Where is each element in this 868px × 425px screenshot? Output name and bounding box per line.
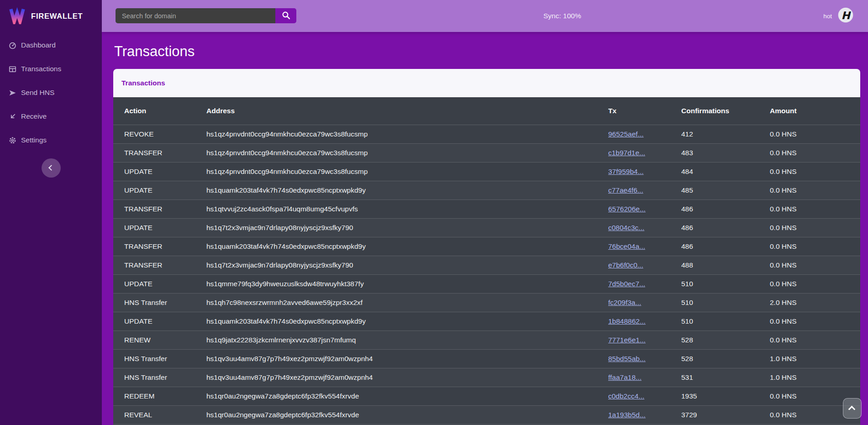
tx-cell: 7d5b0ec7... [608, 274, 681, 293]
tx-link[interactable]: 6576206e... [608, 205, 646, 213]
tx-link[interactable]: 1b848862... [608, 317, 646, 325]
table-row: UPDATEhs1quamk203taf4vk7h74s0edxpwc85ncp… [113, 312, 860, 331]
amount-cell: 1.0 HNS [770, 368, 860, 387]
confirmations-cell: 531 [681, 368, 770, 387]
handshake-icon: H [838, 7, 853, 25]
tx-link[interactable]: 7d5b0ec7... [608, 280, 645, 288]
address-cell: hs1quamk203taf4vk7h74s0edxpwc85ncptxwpkd… [206, 312, 608, 331]
table-icon [9, 65, 16, 73]
send-icon [9, 89, 16, 97]
amount-cell: 1.0 HNS [770, 349, 860, 368]
address-cell: hs1quamk203taf4vk7h74s0edxpwc85ncptxwpkd… [206, 181, 608, 199]
tx-link[interactable]: 76bce04a... [608, 242, 645, 250]
card-header: Transactions [113, 69, 860, 97]
table-row: TRANSFERhs1qtvvuj2zc4asck0fspa7l4uqm8umg… [113, 199, 860, 218]
action-cell: TRANSFER [113, 256, 206, 274]
tx-link[interactable]: 37f959b4... [608, 168, 644, 175]
tx-cell: 6576206e... [608, 199, 681, 218]
action-cell: TRANSFER [113, 199, 206, 218]
sidebar-item-label: Dashboard [21, 41, 56, 49]
firewallet-w-logo [8, 6, 26, 26]
tx-cell: c1b97d1e... [608, 143, 681, 162]
table-row: REVOKEhs1qz4pnvdnt0ccg94nmkhcu0ezca79wc3… [113, 125, 860, 143]
wallet-selector[interactable]: hot H [823, 0, 853, 32]
amount-cell: 0.0 HNS [770, 274, 860, 293]
column-header-address: Address [206, 97, 608, 125]
tx-link[interactable]: c1b97d1e... [608, 149, 645, 157]
app-logo[interactable]: FIREWALLET [0, 0, 102, 26]
action-cell: TRANSFER [113, 237, 206, 256]
tx-link[interactable]: 96525aef... [608, 130, 644, 138]
address-cell: hs1qz4pnvdnt0ccg94nmkhcu0ezca79wc3s8fucs… [206, 162, 608, 181]
confirmations-cell: 412 [681, 125, 770, 143]
tx-link[interactable]: 85bd55ab... [608, 355, 646, 362]
receive-arrow-icon [9, 113, 16, 121]
sidebar-item-send-hns[interactable]: Send HNS [0, 81, 102, 105]
column-header-confirmations: Confirmations [681, 97, 770, 125]
address-cell: hs1qr0au2ngegwa7za8gdeptc6fp32fkv554fxrv… [206, 387, 608, 405]
transactions-card: Transactions Action Address Tx Confirmat… [113, 69, 860, 425]
confirmations-cell: 483 [681, 143, 770, 162]
tx-link[interactable]: c77ae4f6... [608, 186, 643, 194]
tx-link[interactable]: ffaa7a18... [608, 373, 642, 381]
sidebar-item-settings[interactable]: Settings [0, 128, 102, 152]
tx-link[interactable]: c0db2cc4... [608, 392, 644, 400]
address-cell: hs1qr0au2ngegwa7za8gdeptc6fp32fkv554fxrv… [206, 405, 608, 424]
confirmations-cell: 528 [681, 349, 770, 368]
amount-cell: 0.0 HNS [770, 181, 860, 199]
address-cell: hs1qmme79fq3dy9hweuzuslksdw48trwuyhkt387… [206, 274, 608, 293]
table-row: UPDATEhs1qmme79fq3dy9hweuzuslksdw48trwuy… [113, 274, 860, 293]
table-row: TRANSFERhs1qz4pnvdnt0ccg94nmkhcu0ezca79w… [113, 143, 860, 162]
sidebar-collapse-button[interactable] [42, 158, 61, 178]
tx-link[interactable]: fc209f3a... [608, 299, 641, 306]
table-row: TRANSFERhs1quamk203taf4vk7h74s0edxpwc85n… [113, 237, 860, 256]
gauge-icon [9, 42, 16, 49]
tx-cell: fc209f3a... [608, 293, 681, 312]
tx-link[interactable]: c0804c3c... [608, 224, 644, 231]
card-title: Transactions [121, 79, 165, 87]
amount-cell: 0.0 HNS [770, 162, 860, 181]
address-cell: hs1qv3uu4amv87g7p7h49xez2pmzwjf92am0wzpn… [206, 368, 608, 387]
address-cell: hs1qtvvuj2zc4asck0fspa7l4uqm8umg45cfvupv… [206, 199, 608, 218]
amount-cell: 0.0 HNS [770, 237, 860, 256]
table-row: HNS Transferhs1qv3uu4amv87g7p7h49xez2pmz… [113, 368, 860, 387]
chevron-up-icon [848, 406, 856, 413]
amount-cell: 0.0 HNS [770, 256, 860, 274]
amount-cell: 0.0 HNS [770, 199, 860, 218]
tx-cell: c77ae4f6... [608, 181, 681, 199]
confirmations-cell: 510 [681, 312, 770, 331]
action-cell: REVEAL [113, 405, 206, 424]
confirmations-cell: 486 [681, 199, 770, 218]
tx-cell: 37f959b4... [608, 162, 681, 181]
action-cell: UPDATE [113, 274, 206, 293]
confirmations-cell: 528 [681, 331, 770, 349]
transactions-table: Action Address Tx Confirmations Amount R… [113, 97, 860, 424]
address-cell: hs1qh7c98nexsrzwrmnh2avved6awe59jzpr3xx2… [206, 293, 608, 312]
sync-status: Sync: 100% [543, 0, 581, 32]
sidebar-item-label: Receive [21, 112, 47, 121]
page-title: Transactions [114, 42, 860, 61]
action-cell: REVOKE [113, 125, 206, 143]
search-button[interactable] [275, 8, 296, 23]
transactions-table-body: REVOKEhs1qz4pnvdnt0ccg94nmkhcu0ezca79wc3… [113, 125, 860, 424]
sidebar-item-receive[interactable]: Receive [0, 105, 102, 128]
main-content: Transactions Transactions Action Address… [102, 32, 868, 425]
sidebar-item-transactions[interactable]: Transactions [0, 57, 102, 81]
table-header: Action Address Tx Confirmations Amount [113, 97, 860, 125]
address-cell: hs1q7t2x3vmjac9n7drlapy08nyjyscjz9xsfky7… [206, 256, 608, 274]
action-cell: RENEW [113, 331, 206, 349]
action-cell: REDEEM [113, 387, 206, 405]
address-cell: hs1qz4pnvdnt0ccg94nmkhcu0ezca79wc3s8fucs… [206, 125, 608, 143]
confirmations-cell: 488 [681, 256, 770, 274]
search-input[interactable] [116, 8, 275, 23]
scroll-to-top-button[interactable] [843, 398, 862, 419]
confirmations-cell: 484 [681, 162, 770, 181]
confirmations-cell: 510 [681, 293, 770, 312]
tx-cell: 1a193b5d... [608, 405, 681, 424]
sidebar-item-dashboard[interactable]: Dashboard [0, 33, 102, 57]
tx-link[interactable]: 7771e6e1... [608, 336, 646, 344]
search-icon [282, 11, 290, 21]
tx-link[interactable]: e7b6f0c0... [608, 261, 643, 269]
table-row: UPDATEhs1quamk203taf4vk7h74s0edxpwc85ncp… [113, 181, 860, 199]
tx-link[interactable]: 1a193b5d... [608, 411, 646, 419]
